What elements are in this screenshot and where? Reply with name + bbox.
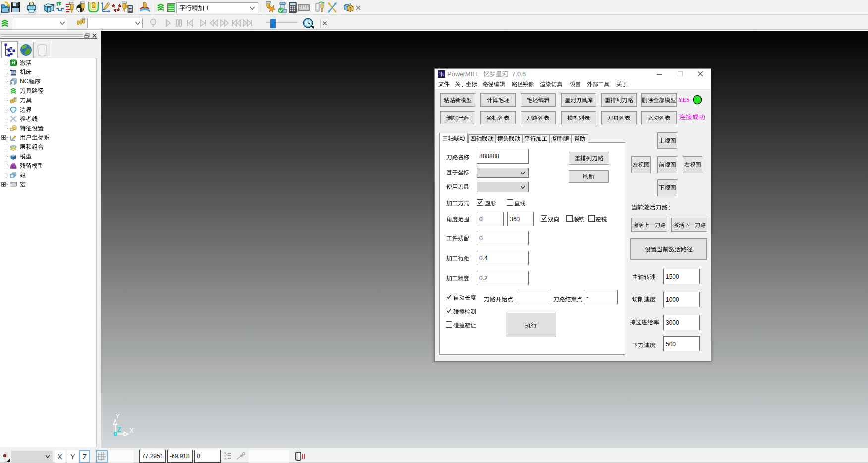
svg-text:X: X (129, 427, 134, 434)
svg-text:Z: Z (117, 426, 121, 433)
svg-text:Z: Z (224, 458, 226, 461)
svg-text:Y: Y (116, 412, 120, 420)
